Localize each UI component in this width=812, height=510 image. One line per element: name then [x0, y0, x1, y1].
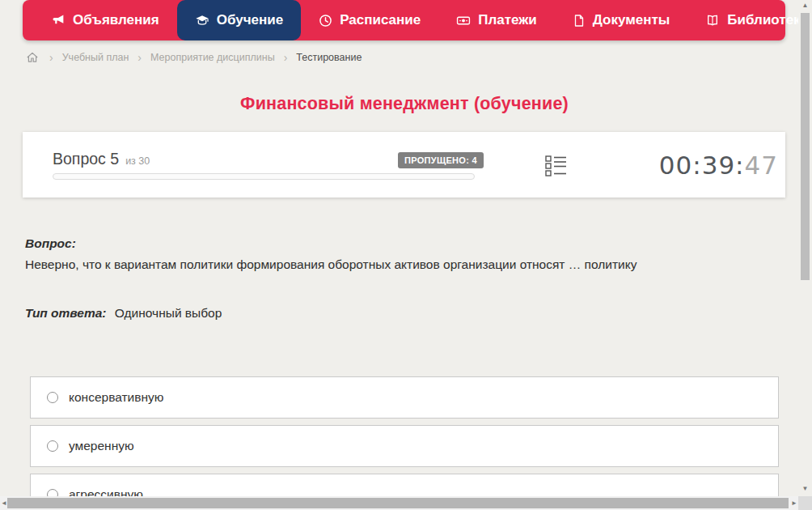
question-list-icon	[545, 155, 567, 177]
book-icon	[705, 14, 720, 28]
radio-button[interactable]	[47, 440, 58, 452]
breadcrumb-separator: ›	[137, 52, 142, 63]
horizontal-scrollbar[interactable]: ◄ ►	[0, 496, 798, 510]
answer-option-moderate[interactable]: умеренную	[30, 425, 779, 467]
skipped-badge: ПРОПУЩЕНО: 4	[398, 152, 484, 168]
breadcrumb-item-testing: Тестирование	[296, 52, 362, 63]
nav-item-library[interactable]: Библиотека	[687, 0, 812, 40]
question-card: Вопрос 5 из 30 ПРОПУЩЕНО: 4 00:39:47	[23, 132, 785, 198]
nav-item-label: Библиотека	[727, 12, 808, 28]
nav-item-payments[interactable]: Платежи	[438, 0, 555, 40]
nav-item-label: Документы	[593, 12, 670, 28]
horizontal-scrollbar-thumb[interactable]	[7, 498, 789, 508]
nav-item-label: Объявления	[73, 12, 159, 28]
answer-type-label: Тип ответа:	[25, 306, 107, 320]
answer-type-value: Одиночный выбор	[115, 306, 222, 320]
option-label: консервативную	[69, 390, 163, 405]
banknote-icon	[456, 14, 471, 28]
timer-seconds: 47	[745, 151, 778, 180]
question-list-button[interactable]	[545, 155, 567, 181]
question-number: Вопрос 5	[53, 150, 119, 168]
timer: 00:39:47	[659, 151, 778, 180]
option-label: умеренную	[69, 439, 134, 453]
nav-item-label: Платежи	[478, 12, 537, 28]
breadcrumb-separator: ›	[49, 52, 53, 63]
nav-item-label: Обучение	[217, 12, 283, 28]
breadcrumb-item-study-plan[interactable]: Учебный план	[62, 52, 129, 63]
graduation-cap-icon	[195, 14, 209, 28]
nav-item-announcements[interactable]: Объявления	[34, 0, 177, 40]
document-icon	[573, 14, 586, 28]
nav-item-documents[interactable]: Документы	[555, 0, 688, 40]
clock-icon	[319, 14, 332, 28]
breadcrumb-item-discipline-event[interactable]: Мероприятие дисциплины	[150, 52, 275, 63]
vertical-scrollbar[interactable]: ▲ ▼	[798, 0, 812, 496]
scroll-up-arrow-icon[interactable]: ▲	[798, 0, 812, 11]
scrollbar-corner	[798, 496, 812, 510]
vertical-scrollbar-thumb[interactable]	[801, 13, 810, 280]
home-icon[interactable]	[26, 51, 39, 64]
progress-bar	[53, 173, 475, 180]
nav-item-label: Расписание	[340, 12, 421, 28]
nav-item-schedule[interactable]: Расписание	[301, 0, 438, 40]
scroll-down-arrow-icon[interactable]: ▼	[798, 483, 812, 495]
question-text: Неверно, что к вариантам политики формир…	[25, 257, 753, 272]
answer-option-conservative[interactable]: консервативную	[30, 376, 779, 419]
question-number-row: Вопрос 5 из 30	[53, 150, 150, 168]
answer-type-row: Тип ответа: Одиночный выбор	[25, 306, 222, 321]
timer-main: 00:39:	[659, 151, 745, 180]
page-title: Финансовый менеджмент (обучение)	[0, 94, 809, 114]
nav-item-learning[interactable]: Обучение	[177, 0, 301, 40]
page: Объявления Обучение Расписание Платежи Д…	[0, 0, 812, 510]
question-label: Вопрос:	[25, 236, 76, 251]
main-nav: Объявления Обучение Расписание Платежи Д…	[23, 0, 785, 40]
question-total: из 30	[125, 155, 150, 167]
breadcrumb-separator: ›	[284, 52, 288, 63]
breadcrumb: › Учебный план › Мероприятие дисциплины …	[26, 51, 362, 64]
radio-button[interactable]	[47, 392, 58, 403]
megaphone-icon	[52, 14, 66, 28]
scroll-right-arrow-icon[interactable]: ►	[790, 496, 798, 510]
